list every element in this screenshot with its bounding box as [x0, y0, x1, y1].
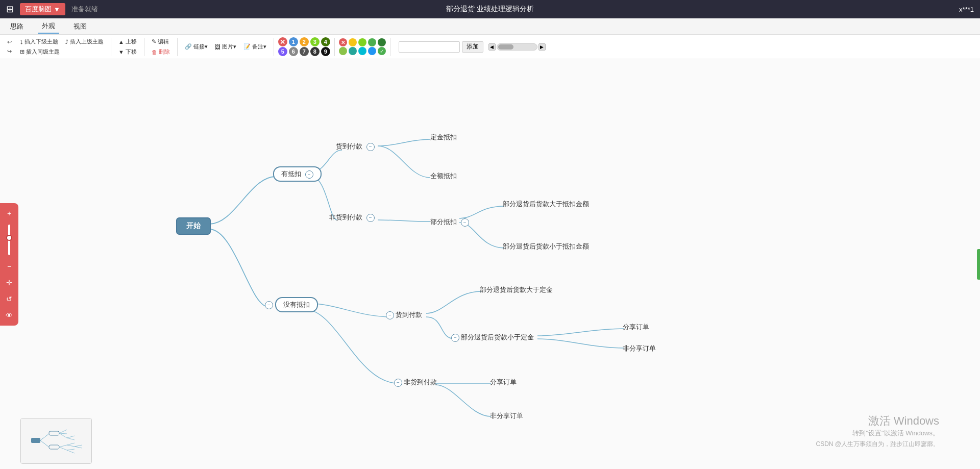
- node-youdikou-label: 有抵扣 −: [273, 166, 322, 182]
- badge-1[interactable]: 1: [289, 37, 298, 46]
- node-feifenxiao1[interactable]: 非分享订单: [623, 344, 656, 353]
- node-quane[interactable]: 全额抵扣: [430, 171, 457, 181]
- watermark: 激活 Windows 转到"设置"以激活 Windows。 CSDN @人生万事…: [816, 413, 939, 449]
- node-feihuodao[interactable]: 非货到付款 −: [329, 213, 375, 222]
- color-green1[interactable]: [358, 38, 366, 46]
- scroll-right[interactable]: ▶: [538, 43, 546, 51]
- badge-4[interactable]: 4: [321, 37, 330, 46]
- node-feifenxiao2[interactable]: 非分享订单: [490, 411, 523, 421]
- collapse-huodao2[interactable]: −: [386, 311, 394, 319]
- node-fenxiao1[interactable]: 分享订单: [623, 323, 649, 332]
- canvas: 开始 有抵扣 − −没有抵扣 货到付款 − 非货到付款 − 定金抵扣 全额抵扣 …: [0, 59, 980, 469]
- sep6: [390, 38, 390, 56]
- sep3: [177, 38, 178, 56]
- color-darkgreen[interactable]: [378, 38, 386, 46]
- grid-icon[interactable]: ⊞: [6, 4, 14, 15]
- root-node-label: 开始: [176, 217, 211, 235]
- badge-x[interactable]: ✕: [278, 37, 287, 46]
- move-down-btn[interactable]: ▼ 下移: [115, 47, 140, 57]
- collapse-meiyoudikou[interactable]: −: [265, 301, 273, 309]
- watermark-line2: 转到"设置"以激活 Windows。: [816, 429, 939, 438]
- color-green2[interactable]: [368, 38, 376, 46]
- collapse-feihuodao2[interactable]: −: [394, 379, 402, 387]
- color-dots-group: ✕ ✓: [339, 38, 386, 55]
- root-node[interactable]: 开始: [176, 217, 211, 235]
- search-input[interactable]: [399, 41, 460, 53]
- color-lime[interactable]: [339, 47, 347, 55]
- eye-tool[interactable]: 👁: [2, 308, 16, 323]
- rotate-tool[interactable]: ↺: [2, 292, 16, 306]
- badge-6[interactable]: 6: [289, 47, 298, 56]
- zoom-slider-thumb: [6, 235, 12, 241]
- color-check[interactable]: ✓: [378, 47, 386, 55]
- undo-btn[interactable]: ↩: [4, 38, 15, 46]
- sep2: [144, 38, 144, 56]
- collapse-bufen-xiao2[interactable]: −: [451, 334, 459, 342]
- color-teal[interactable]: [349, 47, 357, 55]
- badge-3[interactable]: 3: [310, 37, 320, 46]
- collapse-youdikou[interactable]: −: [305, 170, 313, 179]
- node-bufendikou[interactable]: 部分抵扣 −: [430, 217, 469, 227]
- scroll-thumb: [498, 44, 513, 50]
- zoom-in-tool[interactable]: +: [2, 206, 16, 220]
- menu-item-appearance[interactable]: 外观: [38, 19, 59, 34]
- sep1: [111, 38, 111, 56]
- node-bufen-xiao2[interactable]: −部分退货后货款小于定金: [449, 333, 534, 342]
- delete-btn[interactable]: 🗑 删除: [149, 47, 173, 57]
- badge-2[interactable]: 2: [300, 37, 309, 46]
- insert-group: ⤵ 插入下级主题 ⤴ 插入上级主题 ⊞ 插入同级主题: [17, 37, 107, 57]
- minimap: [20, 418, 92, 464]
- color-yellow[interactable]: [349, 38, 357, 46]
- page-title: 部分退货 业绩处理逻辑分析: [446, 5, 534, 14]
- menu-item-thoughts[interactable]: 思路: [6, 20, 28, 33]
- right-indicator: [977, 249, 980, 280]
- status-text: 准备就绪: [71, 5, 98, 14]
- node-bufen-xiao1[interactable]: 部分退货后货款小于抵扣金额: [503, 242, 589, 251]
- link-btn[interactable]: 🔗 链接▾: [182, 42, 211, 52]
- node-bufen-da2[interactable]: 部分退货后货款大于定金: [480, 285, 553, 294]
- watermark-line1: 激活 Windows: [816, 413, 939, 429]
- badges-group: ✕ 1 2 3 4 5 6 7 8 9: [278, 37, 330, 56]
- scroll-group: ◀ ▶: [488, 43, 546, 51]
- node-feihuodao2[interactable]: −非货到付款: [392, 378, 437, 387]
- insert-lower-btn[interactable]: ⤵ 插入下级主题: [17, 37, 61, 46]
- insert-upper-icon: ⤴: [65, 39, 68, 45]
- move-group: ▲ 上移 ▼ 下移: [115, 37, 140, 57]
- menu-item-view[interactable]: 视图: [69, 20, 91, 33]
- scroll-track: [497, 43, 537, 51]
- sep5: [334, 38, 335, 56]
- insert-upper-btn[interactable]: ⤴ 插入上级主题: [62, 37, 107, 46]
- link-image-note-group: 🔗 链接▾ 🖼 图片▾ 📝 备注▾: [182, 42, 270, 52]
- node-meiyoudikou[interactable]: −没有抵扣: [263, 297, 318, 312]
- move-up-btn[interactable]: ▲ 上移: [115, 37, 140, 46]
- zoom-slider[interactable]: [8, 225, 10, 255]
- node-meiyoudikou-label: 没有抵扣: [275, 297, 318, 312]
- color-blue[interactable]: [368, 47, 376, 55]
- collapse-bufendikou[interactable]: −: [461, 218, 469, 227]
- toolbar: ↩ ↪ ⤵ 插入下级主题 ⤴ 插入上级主题 ⊞ 插入同级主题 ▲ 上: [0, 35, 980, 59]
- node-huodao2[interactable]: −货到付款: [384, 310, 422, 319]
- redo-btn[interactable]: ↪: [4, 47, 15, 56]
- color-cyan[interactable]: [358, 47, 366, 55]
- node-youdikou[interactable]: 有抵扣 −: [273, 166, 322, 182]
- zoom-out-tool[interactable]: −: [2, 259, 16, 274]
- node-bufen-da1[interactable]: 部分退货后货款大于抵扣金额: [503, 200, 589, 209]
- color-x[interactable]: ✕: [339, 38, 347, 46]
- add-button[interactable]: 添加: [462, 41, 483, 53]
- node-fenxiao2[interactable]: 分享订单: [490, 378, 517, 387]
- fit-tool[interactable]: ✛: [2, 276, 16, 290]
- badge-5[interactable]: 5: [278, 47, 287, 56]
- note-btn[interactable]: 📝 备注▾: [240, 42, 270, 52]
- badge-8[interactable]: 8: [310, 47, 320, 56]
- insert-same-btn[interactable]: ⊞ 插入同级主题: [17, 47, 63, 57]
- app-name[interactable]: 百度脑图 ▼: [20, 3, 65, 15]
- scroll-left[interactable]: ◀: [488, 43, 496, 51]
- badge-9[interactable]: 9: [321, 47, 330, 56]
- node-huodao1[interactable]: 货到付款 −: [336, 142, 375, 151]
- image-btn[interactable]: 🖼 图片▾: [212, 42, 239, 52]
- collapse-feihuodao[interactable]: −: [366, 214, 375, 222]
- edit-btn[interactable]: ✎ 编辑: [149, 37, 172, 46]
- node-dingjin[interactable]: 定金抵扣: [430, 133, 457, 142]
- collapse-huodao1[interactable]: −: [366, 143, 375, 151]
- badge-7[interactable]: 7: [300, 47, 309, 56]
